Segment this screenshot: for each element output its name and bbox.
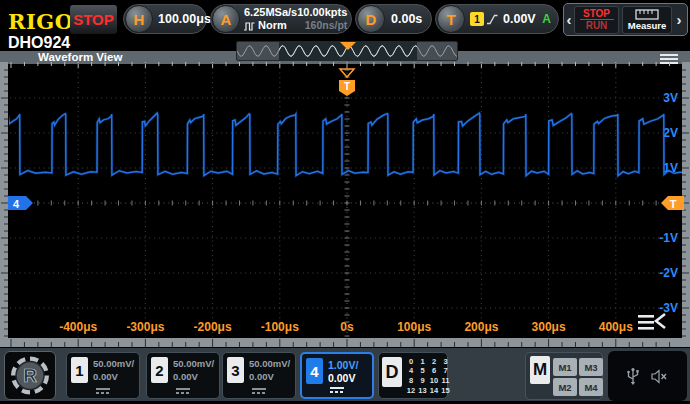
digital-pin-label: 11 [440, 376, 452, 385]
channel-1-scale: 50.00mV/ [93, 358, 134, 369]
rising-slope-icon [487, 14, 498, 25]
digital-pin-label: 8 [405, 376, 417, 385]
acquire-panel[interactable]: A 6.25MSa/s Norm 10.00kpts 160ns/pt [210, 4, 352, 34]
volt-axis-label: -3V [659, 301, 678, 315]
channel-4-badge: 4 [306, 358, 323, 384]
collapse-menu-icon[interactable] [638, 314, 665, 330]
digital-pin-label: 10 [428, 376, 440, 385]
status-icons-box [608, 351, 687, 401]
digital-pin-label: 3 [440, 357, 452, 366]
horizontal-panel[interactable]: H 100.00μs/ [123, 4, 207, 34]
trigger-panel[interactable]: T 1 0.00V A [435, 4, 559, 34]
math-box[interactable]: M M1 M3 M2 M4 [525, 352, 603, 400]
trigger-level: 0.00V [503, 12, 536, 26]
digital-pin-label: 6 [428, 366, 440, 375]
math-m2-button[interactable]: M2 [553, 378, 577, 396]
svg-text:R: R [23, 365, 37, 386]
stop-run-button[interactable]: STOP RUN [574, 6, 619, 34]
time-axis-label: 100μs [397, 320, 431, 334]
digital-pin-label: 12 [405, 386, 417, 395]
auto-indicator: A [542, 12, 551, 26]
delay-knob-icon[interactable]: D [357, 5, 385, 33]
waveform-overview-bar[interactable] [236, 41, 458, 61]
time-axis-label: -100μs [261, 320, 299, 334]
digital-pin-label: 1 [417, 357, 429, 366]
digital-pin-label: 2 [428, 357, 440, 366]
channel-1-badge: 1 [71, 357, 88, 383]
coupling-icon [252, 388, 266, 394]
acquire-knob-icon[interactable]: A [212, 5, 240, 33]
coupling-icon [176, 388, 190, 394]
channel-4-scale: 1.00V/ [328, 359, 358, 371]
channel-1-box[interactable]: 1 50.00mV/ 0.00V [66, 352, 140, 399]
usb-icon [627, 367, 639, 385]
channel-2-scale: 50.00mV/ [173, 358, 214, 369]
memory-depth: 10.00kpts [297, 6, 347, 19]
time-axis-label: -300μs [126, 320, 164, 334]
channel-4-offset: 0.00V [328, 372, 355, 384]
quick-menu-cluster: ‹ STOP RUN Measure › [563, 3, 688, 36]
channel-3-scale: 50.00mV/ [249, 358, 290, 369]
oscilloscope-screen: RIGOL STOP H 100.00μs/ A 6.25MSa/s Norm … [0, 0, 690, 404]
measure-button[interactable]: Measure [622, 6, 672, 34]
channel-2-badge: 2 [151, 357, 168, 383]
digital-pin-label: 14 [428, 386, 440, 395]
settings-gear-button[interactable]: R [4, 351, 56, 400]
digital-channels-box[interactable]: D 0123456789101112131415 [378, 352, 448, 399]
channel-4-offset-label: 4 [13, 198, 20, 210]
horizontal-knob-icon[interactable]: H [125, 5, 153, 33]
sample-resolution: 160ns/pt [305, 19, 348, 32]
prev-page-button[interactable]: ‹ [564, 11, 574, 28]
ruler-icon [635, 9, 659, 20]
channel-2-box[interactable]: 2 50.00mV/ 0.00V [146, 352, 220, 399]
digital-pin-label: 7 [440, 366, 452, 375]
center-axis-ticks [11, 70, 670, 336]
time-axis-label: 200μs [464, 320, 498, 334]
digital-pin-label: 9 [417, 376, 429, 385]
graticule-area[interactable]: 3V2V1V-1V-2V-3V-400μs-300μs-200μs-100μs0… [0, 62, 690, 351]
channel-4-box[interactable]: 4 1.00V/ 0.00V [300, 352, 374, 399]
math-m3-button[interactable]: M3 [579, 358, 603, 376]
math-m4-button[interactable]: M4 [579, 378, 603, 396]
channel-3-box[interactable]: 3 50.00mV/ 0.00V [222, 352, 296, 399]
model-label: DHO924 [8, 34, 70, 52]
trigger-level-label: T [670, 198, 677, 210]
digital-pin-label: 0 [405, 357, 417, 366]
trigger-knob-icon[interactable]: T [437, 5, 465, 33]
bottom-ruler [0, 338, 690, 347]
digital-pin-label: 5 [417, 366, 429, 375]
digital-pin-label: 13 [417, 386, 429, 395]
digital-pin-label: 15 [440, 386, 452, 395]
time-axis-label: 300μs [532, 320, 566, 334]
speaker-muted-icon[interactable] [651, 369, 668, 384]
top-ticks [11, 62, 670, 68]
channel-2-offset: 0.00V [173, 371, 198, 382]
waveform-glow [0, 113, 690, 176]
trigger-position-label: T [344, 81, 350, 92]
volt-axis-label: 3V [663, 91, 678, 105]
next-page-button[interactable]: › [674, 11, 684, 28]
delay-panel[interactable]: D 0.00s [355, 4, 432, 34]
acquisition-status-badge: STOP [70, 5, 117, 34]
volt-axis-label: -2V [659, 266, 678, 280]
coupling-icon [330, 387, 344, 393]
coupling-icon [96, 388, 110, 394]
trigger-source-badge: 1 [470, 12, 484, 26]
math-m1-button[interactable]: M1 [553, 358, 577, 376]
volt-axis-label: -1V [659, 231, 678, 245]
channel-1-offset: 0.00V [93, 371, 118, 382]
delay-value: 0.00s [391, 12, 422, 26]
time-axis-label: -400μs [59, 320, 97, 334]
pulse-mode-icon [244, 21, 255, 31]
time-axis-label: -200μs [194, 320, 232, 334]
digital-badge: D [382, 357, 402, 387]
channel-3-badge: 3 [227, 357, 244, 383]
digital-pin-label: 4 [405, 366, 417, 375]
waveform-trace-ch4[interactable] [0, 113, 690, 176]
channel-3-offset: 0.00V [249, 371, 274, 382]
volt-axis-label: 2V [663, 126, 678, 140]
horizontal-scale: 100.00μs/ [158, 12, 214, 26]
channel-4-offset-marker[interactable] [8, 196, 33, 210]
sample-rate: 6.25MSa/s [244, 6, 297, 19]
rigol-gear-icon: R [5, 352, 55, 399]
